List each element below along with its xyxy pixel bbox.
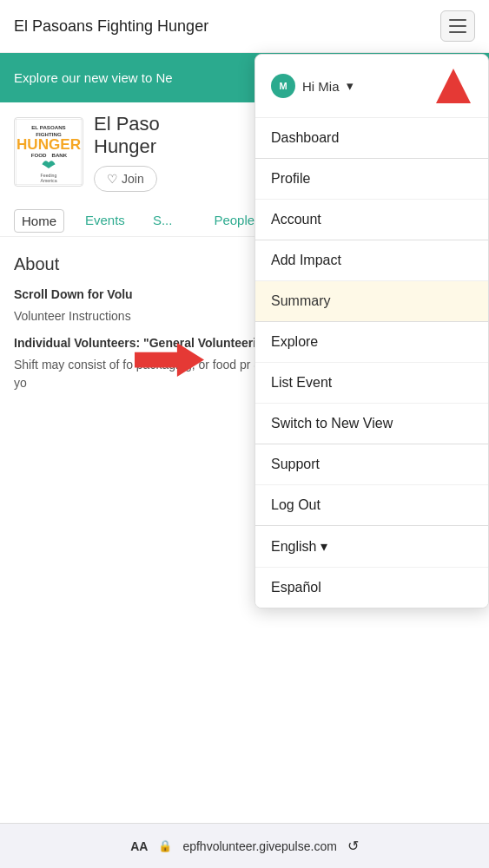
hamburger-line [449,19,466,21]
caret-icon: ▾ [347,78,354,94]
hamburger-button[interactable] [440,10,475,42]
browser-bar: AA 🔒 epfhvolunteer.givepulse.com ↺ [0,823,489,868]
hamburger-line [449,25,466,27]
svg-text:BANK: BANK [51,152,67,158]
menu-item-add-impact[interactable]: Add Impact [255,240,488,281]
join-label: Join [122,172,144,186]
tab-home[interactable]: Home [14,209,64,233]
tab-people[interactable]: People [207,209,261,233]
svg-marker-9 [436,69,471,103]
org-logo-svg: EL PASOANS FIGHTING HUNGER FOOD BANK Fee… [16,119,82,185]
red-arrow-right [135,343,204,378]
browser-lock-icon: 🔒 [158,839,172,852]
menu-item-summary[interactable]: Summary [255,281,488,322]
dropdown-menu: M Hi Mia ▾ Dashboard Profile Account Add… [254,54,489,608]
svg-marker-8 [135,343,204,377]
svg-text:Feeding: Feeding [41,173,57,178]
hamburger-line [449,31,466,33]
menu-item-english[interactable]: English ▾ [255,526,488,568]
join-button[interactable]: ♡ Join [94,166,157,192]
menu-item-profile[interactable]: Profile [255,159,488,200]
browser-reload-button[interactable]: ↺ [347,838,359,854]
tab-events[interactable]: Events [78,209,132,233]
svg-text:EL PASOANS: EL PASOANS [31,125,65,131]
browser-aa[interactable]: AA [130,839,148,853]
dropdown-user[interactable]: M Hi Mia ▾ [271,74,354,98]
menu-item-support[interactable]: Support [255,444,488,485]
menu-item-switch[interactable]: Switch to New View [255,404,488,444]
up-arrow-icon [434,67,472,105]
dropdown-header: M Hi Mia ▾ [255,55,488,118]
menu-item-dashboard[interactable]: Dashboard [255,118,488,159]
header: El Pasoans Fighting Hunger [0,0,489,53]
menu-item-espanol[interactable]: Español [255,568,488,608]
menu-item-explore[interactable]: Explore [255,322,488,363]
svg-text:FOOD: FOOD [31,152,47,158]
svg-text:HUNGER: HUNGER [17,137,81,154]
menu-item-list-event[interactable]: List Event [255,363,488,404]
avatar: M [271,74,295,98]
user-greeting: Hi Mia [302,79,340,94]
menu-item-logout[interactable]: Log Out [255,485,488,526]
browser-url: epfhvolunteer.givepulse.com [182,839,336,853]
org-logo: EL PASOANS FIGHTING HUNGER FOOD BANK Fee… [14,117,83,187]
banner-text: Explore our new view to Ne [14,70,173,85]
menu-item-account[interactable]: Account [255,200,488,240]
page-title: El Pasoans Fighting Hunger [14,17,208,36]
svg-text:America: America [40,179,56,184]
tab-s[interactable]: S... [146,209,180,233]
heart-icon: ♡ [107,172,118,186]
